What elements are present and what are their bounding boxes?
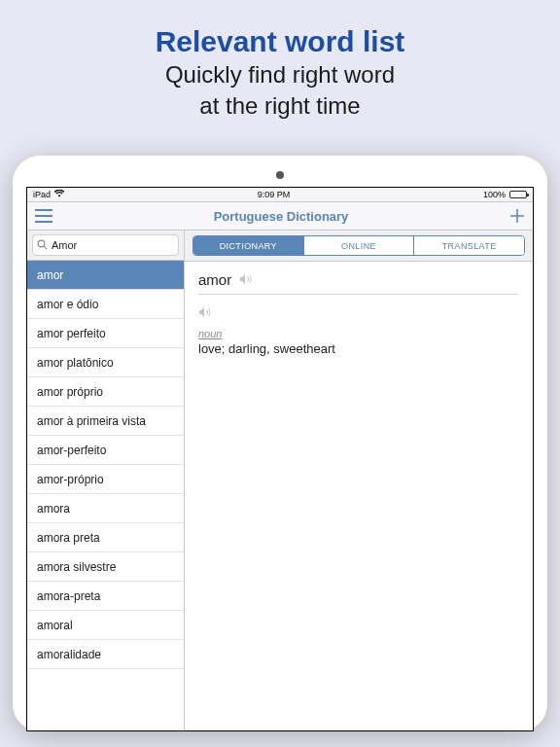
promo-title: Relevant word list bbox=[0, 25, 560, 58]
svg-point-0 bbox=[38, 240, 45, 247]
sidebar: amoramor e ódioamor perfeitoamor platôni… bbox=[27, 231, 185, 730]
segmented-control[interactable]: DICTIONARY ONLINE TRANSLATE bbox=[192, 235, 525, 256]
search-field[interactable] bbox=[32, 234, 179, 256]
speaker-icon-secondary[interactable] bbox=[198, 304, 212, 321]
tab-dictionary[interactable]: DICTIONARY bbox=[193, 236, 303, 255]
navbar: Portuguese Dictionary bbox=[27, 201, 533, 231]
part-of-speech: noun bbox=[198, 328, 519, 339]
list-item[interactable]: amor próprio bbox=[27, 377, 184, 407]
definition-panel: amor noun love; darling, sweetheart bbox=[185, 262, 533, 366]
search-input[interactable] bbox=[52, 239, 186, 251]
promo-subtitle-1: Quickly find right word bbox=[0, 60, 560, 89]
ipad-camera bbox=[276, 171, 284, 179]
search-icon bbox=[37, 239, 48, 252]
ipad-frame: iPad 9:09 PM 100% Portuguese Dictionary bbox=[13, 156, 547, 731]
main-panel: DICTIONARY ONLINE TRANSLATE amor bbox=[185, 231, 533, 730]
tab-online[interactable]: ONLINE bbox=[303, 236, 414, 255]
list-item[interactable]: amora bbox=[27, 494, 184, 523]
list-item[interactable]: amoralidade bbox=[27, 640, 184, 669]
battery-icon bbox=[509, 191, 527, 198]
wifi-icon bbox=[54, 190, 64, 199]
definition-text: love; darling, sweetheart bbox=[198, 341, 519, 356]
list-item[interactable]: amor à primeira vista bbox=[27, 407, 184, 436]
screen: iPad 9:09 PM 100% Portuguese Dictionary bbox=[26, 187, 534, 731]
list-item[interactable]: amoral bbox=[27, 611, 184, 640]
carrier-label: iPad bbox=[33, 190, 51, 199]
divider bbox=[198, 294, 519, 295]
status-bar: iPad 9:09 PM 100% bbox=[27, 188, 533, 201]
promo-subtitle-2: at the right time bbox=[0, 91, 560, 121]
tab-translate[interactable]: TRANSLATE bbox=[413, 236, 524, 255]
list-item[interactable]: amor perfeito bbox=[27, 319, 184, 348]
word-list[interactable]: amoramor e ódioamor perfeitoamor platôni… bbox=[27, 261, 184, 730]
add-icon[interactable] bbox=[509, 208, 525, 224]
list-item[interactable]: amor e ódio bbox=[27, 290, 184, 319]
list-item[interactable]: amor-próprio bbox=[27, 465, 184, 494]
list-item[interactable]: amora preta bbox=[27, 523, 184, 552]
speaker-icon[interactable] bbox=[239, 271, 253, 288]
list-item[interactable]: amor-perfeito bbox=[27, 436, 184, 465]
menu-icon[interactable] bbox=[35, 209, 52, 223]
list-item[interactable]: amor platônico bbox=[27, 348, 184, 377]
list-item[interactable]: amora-preta bbox=[27, 582, 184, 611]
list-item[interactable]: amor bbox=[27, 261, 184, 290]
battery-percent: 100% bbox=[483, 190, 506, 199]
headword: amor bbox=[198, 271, 231, 288]
search-bar bbox=[27, 231, 184, 261]
list-item[interactable]: amora silvestre bbox=[27, 552, 184, 582]
app-title: Portuguese Dictionary bbox=[214, 209, 349, 224]
clock: 9:09 PM bbox=[258, 190, 291, 199]
